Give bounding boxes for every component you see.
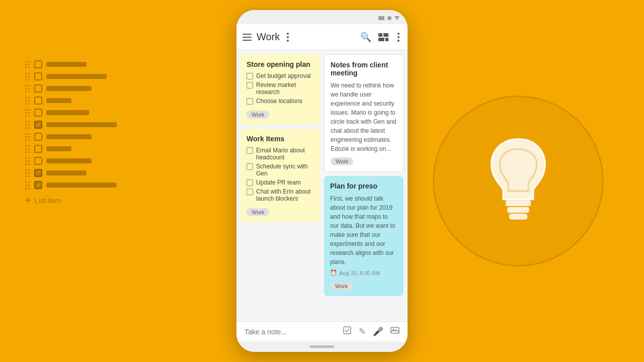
todo-checkbox[interactable] xyxy=(247,98,253,105)
todo-checkbox[interactable] xyxy=(247,73,253,79)
note-tag[interactable]: Work xyxy=(247,111,269,119)
svg-rect-4 xyxy=(383,33,388,37)
timestamp-text: Aug 10, 8:00 AM xyxy=(339,270,380,276)
app-title: Work xyxy=(257,31,280,43)
note-title: Plan for preso xyxy=(330,182,397,190)
todo-text: Choose locations xyxy=(256,98,302,105)
todo-text: Schedule sync with Gen xyxy=(256,163,314,177)
note-input[interactable] xyxy=(245,328,337,336)
lightbulb-icon xyxy=(468,131,569,231)
svg-rect-3 xyxy=(378,33,382,37)
todo-item: Email Mario about headcount xyxy=(247,147,314,161)
left-checklist-decoration: + List item xyxy=(25,60,117,206)
plus-icon: + xyxy=(25,195,31,206)
list-item xyxy=(25,72,117,80)
note-store-plan[interactable]: Store opening plan Get budget approval R… xyxy=(240,54,320,125)
todo-item: Chat with Erin about launch blockers xyxy=(247,188,314,202)
mic-icon[interactable]: 🎤 xyxy=(373,326,383,337)
bottom-input-bar: ✎ 🎤 xyxy=(236,321,408,341)
left-notes-column: Store opening plan Get budget approval R… xyxy=(240,54,320,317)
note-title: Store opening plan xyxy=(247,60,314,68)
list-item xyxy=(25,133,117,141)
bottom-icons: ✎ 🎤 xyxy=(343,326,399,337)
list-item xyxy=(25,97,117,105)
todo-checkbox[interactable] xyxy=(247,163,253,170)
list-item xyxy=(25,109,117,117)
nav-pill xyxy=(310,345,334,348)
note-tag[interactable]: Work xyxy=(331,157,353,165)
header-left: Work xyxy=(243,31,291,44)
list-item xyxy=(25,145,117,153)
layout-icon[interactable] xyxy=(378,33,388,41)
battery-icon xyxy=(378,16,384,20)
todo-checkbox[interactable] xyxy=(247,179,253,186)
svg-rect-1 xyxy=(507,207,529,213)
todo-checkbox[interactable] xyxy=(247,82,253,88)
list-item xyxy=(25,169,117,177)
note-plan-preso[interactable]: Plan for preso First, we should talk abo… xyxy=(324,176,404,296)
note-title: Notes from client meeting xyxy=(331,61,397,77)
note-timestamp: ⏰ Aug 10, 8:00 AM xyxy=(330,269,397,276)
note-tag[interactable]: Work xyxy=(247,208,269,216)
search-icon[interactable]: 🔍 xyxy=(360,32,371,43)
list-item xyxy=(25,157,117,165)
svg-rect-5 xyxy=(378,38,384,41)
todo-item: Get budget approval xyxy=(247,72,314,79)
note-tag[interactable]: Work xyxy=(330,282,353,290)
todo-item: Review market research xyxy=(247,81,314,96)
phone-nav-bar xyxy=(236,341,408,352)
list-item xyxy=(25,181,117,189)
todo-item: Schedule sync with Gen xyxy=(247,163,314,177)
todo-item: Update PR team xyxy=(247,179,314,186)
clock-icon: ⏰ xyxy=(330,269,337,276)
todo-text: Email Mario about headcount xyxy=(256,147,314,161)
menu-icon[interactable] xyxy=(243,34,252,41)
app-header: Work 🔍 xyxy=(236,24,408,50)
svg-rect-8 xyxy=(391,327,399,333)
header-right: 🔍 xyxy=(360,31,401,44)
svg-rect-0 xyxy=(506,200,531,206)
todo-text: Chat with Erin about launch blockers xyxy=(256,188,314,202)
todo-text: Review market research xyxy=(256,81,314,96)
title-more-button[interactable] xyxy=(285,31,291,44)
note-body: First, we should talk about our plan for… xyxy=(330,194,397,266)
pencil-icon[interactable]: ✎ xyxy=(359,326,366,337)
checkbox-icon[interactable] xyxy=(343,326,352,337)
svg-rect-2 xyxy=(509,214,528,220)
svg-rect-6 xyxy=(385,38,388,41)
right-notes-column: Notes from client meeting We need to ret… xyxy=(324,54,404,317)
header-more-button[interactable] xyxy=(395,31,401,44)
note-client-meeting[interactable]: Notes from client meeting We need to ret… xyxy=(324,54,404,172)
list-item xyxy=(25,60,117,68)
list-item xyxy=(25,84,117,93)
todo-checkbox[interactable] xyxy=(247,189,253,195)
todo-item: Choose locations xyxy=(247,98,314,105)
add-item-label: List item xyxy=(35,197,61,205)
dropdown-icon xyxy=(394,16,399,20)
image-icon[interactable] xyxy=(390,326,399,337)
svg-rect-7 xyxy=(344,327,351,334)
todo-text: Get budget approval xyxy=(256,72,311,79)
notes-content: Store opening plan Get budget approval R… xyxy=(236,50,408,321)
status-bar xyxy=(236,10,408,24)
note-work-items[interactable]: Work Items Email Mario about headcount S… xyxy=(240,129,320,222)
note-title: Work Items xyxy=(247,135,314,143)
note-body: We need to rethink how we handle user ex… xyxy=(331,81,397,153)
todo-checkbox[interactable] xyxy=(247,147,253,154)
signal-dot xyxy=(387,16,391,20)
list-item xyxy=(25,121,117,129)
lightbulb-decoration xyxy=(433,96,604,266)
todo-text: Update PR team xyxy=(256,179,301,186)
add-list-item-row[interactable]: + List item xyxy=(25,195,117,206)
phone-device: Work 🔍 xyxy=(236,10,408,352)
